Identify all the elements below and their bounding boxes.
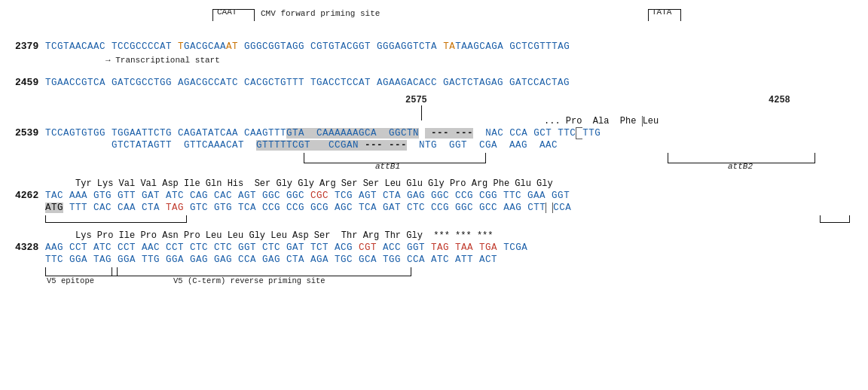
v5-annotation-area: V5 epitope V5 (C-term) reverse priming s… bbox=[45, 266, 853, 288]
seq-row-4262-bot: 4262 ATG TTT CAC CAA CTA TAG GTC GTG TCA… bbox=[15, 202, 853, 213]
seq-2539-bot: GTCTATAGTT GTTCAAACAT GTTTTTCGT CCGAN --… bbox=[45, 140, 558, 151]
v5c-label: V5 (C-term) reverse priming site bbox=[173, 276, 326, 285]
caa-bracket bbox=[45, 215, 187, 223]
v5-epitope-label: V5 epitope bbox=[47, 276, 94, 285]
aa-4328-text: Lys Pro Ile Pro Asn Pro Leu Leu Gly Leu … bbox=[75, 230, 494, 241]
line-num-2459: 2459 bbox=[15, 77, 44, 88]
seq-4262-top: TAC AAA GTG GTT GAT ATC CAG CAC AGT GGC … bbox=[45, 190, 570, 201]
trans-start-annotation: → Transcriptional start bbox=[45, 53, 853, 77]
aa-4262-text: Tyr Lys Val Val Asp Ile Gln His Ser Gly … bbox=[75, 178, 553, 189]
seq-row-2539-bot: 2539 GTCTATAGTT GTTCAAACAT GTTTTTCGT CCG… bbox=[15, 139, 853, 151]
tata-label: TATA bbox=[652, 8, 671, 17]
line-num-2539: 2539 bbox=[15, 127, 44, 139]
pos-4258-label: 4258 bbox=[769, 95, 790, 105]
cmv-label: CMV forward priming site bbox=[261, 9, 380, 18]
seq-row-4328-top: 4328 AAG CCT ATC CCT AAC CCT CTC CTC GGT… bbox=[15, 242, 853, 253]
seq-2539-top: TCCAGTGTGG TGGAATTCTG CAGATATCAA CAAGTTT… bbox=[45, 128, 601, 139]
position-markers: 2575 4258 bbox=[45, 95, 853, 116]
seq-4328-top: AAG CCT ATC CCT AAC CCT CTC CTC GGT CTC … bbox=[45, 242, 527, 253]
seq-2459: TGAACCGTCA GATCGCCTGG AGACGCCATC CACGCTG… bbox=[45, 78, 570, 88]
line-num-4262: 4262 bbox=[15, 190, 44, 201]
aa-row-4262: Tyr Lys Val Val Asp Ile Gln His Ser Gly … bbox=[45, 178, 853, 189]
seq-row-2539-top: 2539 TCCAGTGTGG TGGAATTCTG CAGATATCAA CA… bbox=[15, 127, 853, 139]
seq-row-4328-bot: 4328 TTC GGA TAG GGA TTG GGA GAG GAG CCA… bbox=[15, 254, 853, 265]
seq-row-2379: 2379 TCGTAACAAC TCCGCCCCAT TGACGCAAAT GG… bbox=[15, 41, 853, 52]
attb2-label: attB2 bbox=[728, 162, 753, 171]
end-bracket-4262 bbox=[820, 215, 850, 223]
aa-row-4328: Lys Pro Ile Pro Asn Pro Leu Leu Gly Leu … bbox=[45, 230, 853, 241]
seq-4328-bot: TTC GGA TAG GGA TTG GGA GAG GAG CCA GAG … bbox=[45, 254, 497, 265]
v5-epitope-bracket bbox=[45, 267, 118, 276]
caa-bracket-area bbox=[45, 214, 853, 224]
caat-label: CAAT bbox=[217, 8, 237, 17]
line-num-2379: 2379 bbox=[15, 41, 44, 52]
seq-2379: TCGTAACAAC TCCGCCCCAT TGACGCAAAT GGGCGGT… bbox=[45, 41, 570, 52]
pos-2575-label: 2575 bbox=[405, 95, 427, 105]
seq-4262-bot: ATG TTT CAC CAA CTA TAG GTC GTG TCA CCG … bbox=[45, 203, 571, 213]
aa-row-2539-top: ... Pro Ala Phe Leu bbox=[45, 116, 853, 126]
line-num-4328: 4328 bbox=[15, 242, 44, 253]
top-annotation-area: CAAT CMV forward priming site TATA bbox=[45, 8, 853, 41]
attb1-label: attB1 bbox=[375, 162, 400, 171]
trans-start-label: → Transcriptional start bbox=[105, 56, 220, 65]
seq-row-4262-top: 4262 TAC AAA GTG GTT GAT ATC CAG CAC AGT… bbox=[15, 190, 853, 201]
aa-2539: ... Pro Ala Phe Leu bbox=[75, 116, 659, 126]
attb-bracket-area: attB1 attB2 bbox=[45, 151, 853, 172]
pos-2575-line bbox=[421, 105, 422, 120]
seq-row-2459: 2459 TGAACCGTCA GATCGCCTGG AGACGCCATC CA… bbox=[15, 77, 853, 88]
v5c-bracket bbox=[112, 267, 411, 276]
